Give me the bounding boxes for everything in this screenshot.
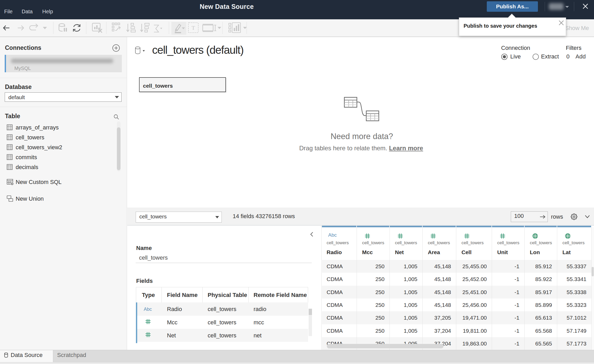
svg-text:T: T [191, 25, 195, 31]
